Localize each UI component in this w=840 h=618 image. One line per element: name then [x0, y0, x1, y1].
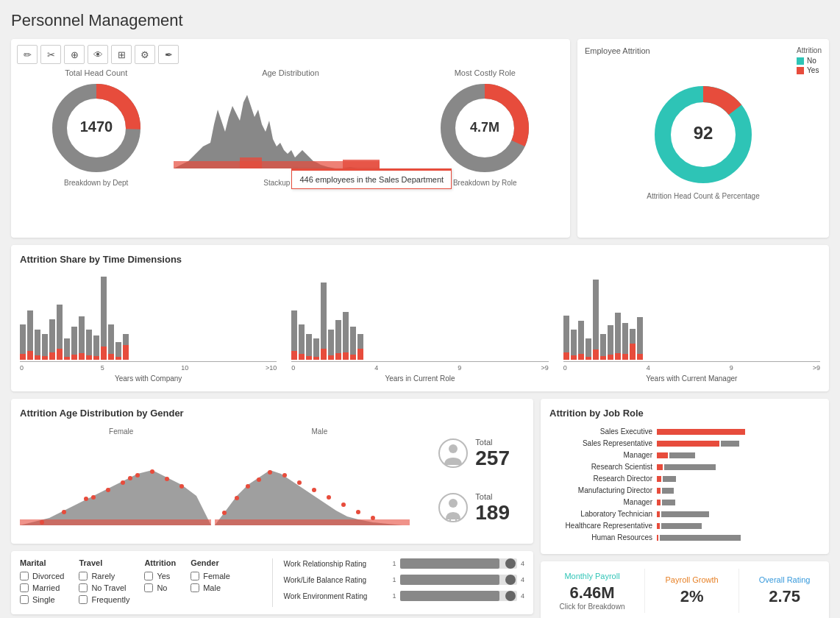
payroll-card[interactable]: Monthly Payroll 6.46M Click for Breakdow…: [541, 561, 829, 618]
svg-point-32: [341, 502, 346, 507]
svg-point-14: [106, 488, 110, 492]
age-dist-title: Age Distribution: [174, 68, 407, 77]
sales-rep-red: [657, 441, 719, 447]
years-company-axis: 0 5 10 >10: [20, 364, 277, 372]
no-label: No: [157, 583, 167, 592]
cut-button[interactable]: ✂: [40, 45, 61, 64]
age-dist-gender-content: Female Male: [20, 427, 524, 535]
axis-gt10: >10: [266, 364, 277, 372]
manager-name: Manager: [549, 451, 652, 459]
svg-point-12: [84, 497, 88, 501]
total-section: Total 257: [424, 427, 524, 535]
manager2-name: Manager: [549, 498, 652, 506]
lab-tech-gray: [661, 511, 709, 517]
bar-5: [49, 319, 55, 360]
axis-0: 0: [20, 364, 24, 372]
yes-checkbox[interactable]: [144, 572, 153, 580]
eye-button[interactable]: 👁: [88, 45, 108, 64]
worklife-label: Work/Life Balance Rating: [284, 576, 387, 584]
slider-env-handle[interactable]: [505, 591, 516, 601]
research-dir-bars: [657, 476, 676, 482]
svg-rect-35: [215, 519, 410, 525]
bar-13: [108, 324, 114, 360]
attrition-title: Employee Attrition: [585, 46, 650, 55]
yes-label: Yes: [157, 572, 170, 580]
attrition-filter-header: Attrition: [144, 558, 176, 567]
sales-rep-bars: [657, 441, 739, 447]
slider-wl-fill: [400, 575, 500, 585]
filter-gender: Gender Female Male: [191, 558, 230, 607]
slider-environment: Work Environment Rating 1 4: [284, 591, 525, 601]
divorced-checkbox[interactable]: [20, 572, 29, 580]
sales-exec-red: [657, 429, 745, 435]
single-checkbox[interactable]: [20, 595, 29, 604]
travel-header: Travel: [79, 558, 129, 567]
age-dist-gender-card: Attrition Age Distribution by Gender Fem…: [11, 399, 533, 544]
settings-button[interactable]: ⚙: [135, 45, 155, 64]
sales-exec-name: Sales Executive: [549, 427, 652, 436]
grid-button[interactable]: ⊞: [111, 45, 132, 64]
bar-charts-row: 0 5 10 >10 Years with Company: [20, 274, 820, 383]
married-checkbox[interactable]: [20, 583, 29, 592]
female-checkbox[interactable]: [191, 572, 199, 580]
total-female: Total 189: [438, 492, 510, 525]
edit-button[interactable]: ✏: [17, 45, 38, 64]
slider-wl-handle[interactable]: [505, 575, 516, 585]
no-travel-checkbox[interactable]: [79, 583, 88, 592]
attrition-header: Employee Attrition Attrition No Yes: [585, 46, 822, 76]
attrition-donut-svg: 92: [652, 83, 755, 186]
rarely-checkbox[interactable]: [79, 572, 88, 580]
maxis-4: 4: [647, 364, 650, 372]
male-person-icon: [438, 438, 468, 468]
slider-wl-track[interactable]: [400, 575, 517, 585]
legend-no: No: [797, 57, 822, 65]
no-travel-label: No Travel: [91, 583, 126, 592]
svg-rect-3: [240, 157, 262, 168]
frequently-label: Frequently: [91, 595, 129, 604]
legend-yes-dot: [797, 67, 804, 74]
female-person-icon: [438, 493, 468, 522]
pen-button[interactable]: ✒: [158, 45, 179, 64]
male-checkbox[interactable]: [191, 583, 199, 592]
hr-gray: [660, 535, 741, 541]
sales-rep-gray: [721, 441, 739, 447]
female-total-label: Total: [475, 492, 510, 501]
mbar-9: [622, 323, 628, 360]
research-sci-gray: [664, 464, 716, 470]
gender-header: Gender: [191, 558, 230, 567]
rbar-2: [299, 324, 305, 360]
slider-env-min: 1: [393, 592, 396, 600]
manager-bars: [657, 452, 695, 458]
page: Personnel Management ✏ ✂ ⊕ 👁 ⊞ ⚙ ✒ Total…: [0, 0, 840, 618]
head-count-value: 1470: [79, 118, 113, 135]
legend-yes-label: Yes: [807, 66, 819, 74]
zoom-button[interactable]: ⊕: [64, 45, 85, 64]
years-manager-bars: [563, 274, 820, 362]
job-row-lab-tech: Laboratory Technician: [549, 510, 820, 518]
manager2-red: [657, 500, 661, 505]
rbar-7: [335, 320, 341, 360]
payroll-growth: Payroll Growth 2%: [666, 575, 719, 606]
payroll-divider1: [644, 569, 645, 613]
top-charts: Total Head Count 1470 Breakdown by Dept …: [18, 68, 563, 187]
slider-wr-handle[interactable]: [505, 558, 516, 569]
frequently-checkbox[interactable]: [79, 595, 88, 604]
male-total-wrap: Total 257: [475, 438, 510, 470]
slider-env-wrap: 1 4: [393, 591, 525, 601]
filter-no-travel: No Travel: [79, 583, 129, 592]
slider-wr-track[interactable]: [400, 558, 517, 569]
female-total-wrap: Total 189: [475, 492, 510, 525]
job-row-research-dir: Research Director: [549, 475, 820, 483]
married-label: Married: [32, 583, 60, 592]
filter-male: Male: [191, 583, 230, 592]
svg-point-15: [121, 480, 125, 485]
slider-env-track[interactable]: [400, 591, 517, 601]
maxis-0: 0: [563, 364, 567, 372]
male-total-value: 257: [475, 447, 510, 470]
tooltip-text: 446 employees in the Sales Department: [299, 175, 444, 184]
mbar-1: [563, 316, 569, 360]
svg-point-28: [282, 473, 287, 477]
bar-12: [101, 277, 107, 360]
svg-point-33: [356, 510, 360, 514]
no-checkbox[interactable]: [144, 583, 153, 592]
